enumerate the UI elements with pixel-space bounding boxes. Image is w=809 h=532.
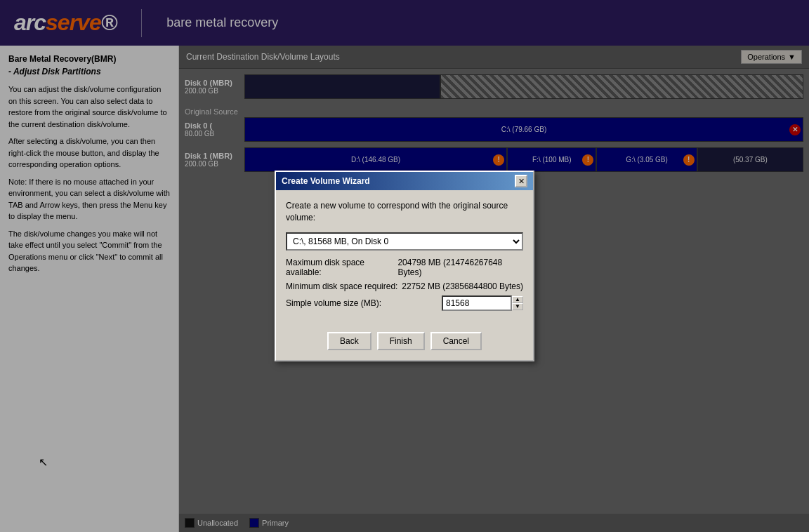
modal-back-button[interactable]: Back xyxy=(327,332,371,350)
modal-buttons: Back Finish Cancel xyxy=(276,325,533,360)
volume-size-label: Simple volume size (MB): xyxy=(286,298,381,308)
create-volume-wizard: Create Volume Wizard ✕ Create a new volu… xyxy=(275,171,534,361)
min-disk-space-row: Minimum disk space required: 22752 MB (2… xyxy=(286,281,523,291)
min-disk-space-label: Minimum disk space required: xyxy=(286,281,397,291)
max-disk-space-row: Maximum disk space available: 204798 MB … xyxy=(286,258,523,277)
volume-size-row: Simple volume size (MB): ▲ ▼ xyxy=(286,295,523,311)
max-disk-space-value: 204798 MB (214746267648 Bytes) xyxy=(397,258,523,277)
volume-select[interactable]: C:\, 81568 MB, On Disk 0 xyxy=(286,232,523,251)
min-disk-space-value: 22752 MB (23856844800 Bytes) xyxy=(402,281,523,291)
spinner-down[interactable]: ▼ xyxy=(512,303,523,310)
modal-overlay: Create Volume Wizard ✕ Create a new volu… xyxy=(0,0,809,532)
volume-select-row: C:\, 81568 MB, On Disk 0 xyxy=(286,232,523,251)
volume-size-input[interactable] xyxy=(442,295,512,311)
modal-finish-button[interactable]: Finish xyxy=(377,332,425,350)
modal-description: Create a new volume to correspond with t… xyxy=(286,200,523,224)
modal-titlebar: Create Volume Wizard ✕ xyxy=(276,172,533,190)
volume-size-spinner: ▲ ▼ xyxy=(442,295,523,311)
modal-body: Create a new volume to correspond with t… xyxy=(276,190,533,325)
spinner-buttons: ▲ ▼ xyxy=(512,296,523,310)
max-disk-space-label: Maximum disk space available: xyxy=(286,258,397,277)
modal-close-button[interactable]: ✕ xyxy=(515,175,527,187)
spinner-up[interactable]: ▲ xyxy=(512,296,523,303)
modal-title: Create Volume Wizard xyxy=(282,176,370,186)
modal-cancel-button[interactable]: Cancel xyxy=(430,332,482,350)
